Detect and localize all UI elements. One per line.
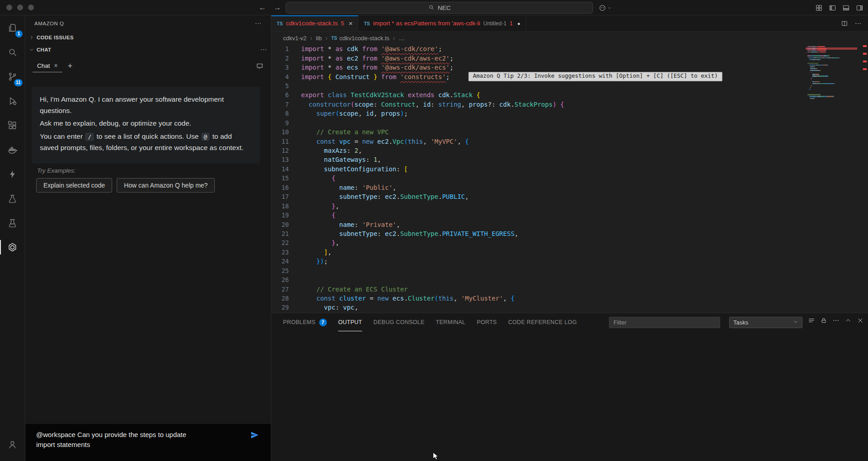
code-line: 16 name: 'Public', xyxy=(271,183,868,192)
code-line: 12 maxAzs: 2, xyxy=(271,146,868,155)
breadcrumb-item-lib[interactable]: lib xyxy=(316,35,322,42)
panel-tab-problems[interactable]: PROBLEMS7 xyxy=(283,313,327,331)
more-icon[interactable] xyxy=(832,317,840,324)
activity-item-source-control[interactable]: 11 xyxy=(0,64,25,89)
typescript-file-icon: TS xyxy=(331,35,337,41)
line-number: 24 xyxy=(271,258,301,265)
activity-item-search[interactable] xyxy=(0,40,25,64)
breadcrumb-item-cdkv1code-stack-ts[interactable]: TScdkv1code-stack.ts xyxy=(331,35,389,42)
code-editor[interactable]: 1import * as cdk from '@aws-cdk/core';2i… xyxy=(271,44,868,313)
vscode-window: ← → NEC 111 AMAZON Q CODE ISSUES CHAT xyxy=(0,0,868,461)
code-line: 26 xyxy=(271,275,868,284)
maximize-window-button[interactable] xyxy=(28,5,34,10)
line-number: 7 xyxy=(271,101,301,108)
panel-tab-label: DEBUG CONSOLE xyxy=(373,319,425,325)
breadcrumb-item-[interactable]: … xyxy=(399,35,405,42)
chat-input[interactable]: @workspace Can you provide the steps to … xyxy=(25,424,271,461)
amazon-q-tip-tooltip: Amazon Q Tip 2/3: Invoke suggestions wit… xyxy=(468,72,722,81)
typescript-file-icon: TS xyxy=(364,21,370,26)
panel-tab-label: CODE REFERENCE LOG xyxy=(508,319,577,325)
breadcrumb-item-cdkv1-v2[interactable]: cdkv1-v2 xyxy=(283,35,307,42)
chat-tab[interactable]: Chat × xyxy=(33,60,62,72)
output-lines-icon[interactable] xyxy=(808,317,815,324)
example-button-explain-selected-code[interactable]: Explain selected code xyxy=(36,178,112,193)
code-line: 28 const cluster = new ecs.Cluster(this,… xyxy=(271,294,868,303)
panel-tab-ports[interactable]: PORTS xyxy=(477,313,497,331)
code-issues-label: CODE ISSUES xyxy=(37,35,74,40)
line-number: 6 xyxy=(271,91,301,99)
overview-ruler xyxy=(863,45,867,313)
more-actions-icon[interactable] xyxy=(854,20,862,27)
minimap[interactable] xyxy=(807,46,855,99)
editor-tab-cdkv1code-stack-ts[interactable]: TScdkv1code-stack.ts5× xyxy=(271,15,359,31)
line-number: 5 xyxy=(271,82,301,89)
copilot-icon[interactable] xyxy=(599,4,606,12)
code-line: 21 subnetType: ec2.SubnetType.PRIVATE_WI… xyxy=(271,229,868,238)
line-number: 10 xyxy=(271,128,301,136)
activity-item-aws-toolkit[interactable] xyxy=(0,162,25,186)
modified-dot-icon: ● xyxy=(517,21,520,26)
editor-tab-untitled-1[interactable]: TSimport * as ecsPatterns from 'aws-cdk-… xyxy=(359,15,526,31)
panel-filter-input[interactable] xyxy=(609,317,720,328)
example-button-how-can-amazon-q-help-me[interactable]: How can Amazon Q help me? xyxy=(117,178,215,193)
chat-welcome-paragraph: You can enter / to see a list of quick a… xyxy=(40,131,252,154)
code-line: 29 vpc: vpc, xyxy=(271,303,868,312)
activity-bar: 111 xyxy=(0,15,25,461)
minimize-window-button[interactable] xyxy=(17,5,23,10)
accounts-icon xyxy=(7,439,18,450)
panel-tab-terminal[interactable]: TERMINAL xyxy=(436,313,466,331)
line-number: 20 xyxy=(271,221,301,228)
close-tab-icon[interactable]: × xyxy=(349,19,353,27)
breadcrumb: cdkv1-v2›lib›TScdkv1code-stack.ts›… xyxy=(271,32,868,44)
panel-tab-debug-console[interactable]: DEBUG CONSOLE xyxy=(373,313,425,331)
chat-label: CHAT xyxy=(37,47,51,52)
add-chat-tab-button[interactable]: + xyxy=(68,62,73,70)
chevron-up-icon[interactable] xyxy=(844,317,852,324)
close-icon[interactable]: × xyxy=(54,62,58,69)
activity-item-run-and-debug[interactable] xyxy=(0,89,25,113)
code-line: 3import * as ecs from '@aws-cdk/aws-ecs'… xyxy=(271,63,868,72)
panel-tab-label: PROBLEMS xyxy=(283,319,316,325)
line-number: 14 xyxy=(271,165,301,173)
code-line: 23 ], xyxy=(271,248,868,257)
section-code-issues[interactable]: CODE ISSUES xyxy=(25,31,271,43)
panel-tab-output[interactable]: OUTPUT xyxy=(338,313,362,331)
close-icon[interactable] xyxy=(857,317,864,324)
split-editor-icon[interactable] xyxy=(841,20,848,27)
activity-item-explorer[interactable]: 1 xyxy=(0,15,25,40)
grid-icon[interactable] xyxy=(815,4,823,12)
activity-item-accounts[interactable] xyxy=(0,432,25,456)
search-icon xyxy=(428,4,434,12)
code-line: 19 { xyxy=(271,211,868,220)
more-actions-icon[interactable] xyxy=(255,20,262,27)
line-number: 11 xyxy=(271,138,301,145)
activity-item-docker[interactable] xyxy=(0,137,25,162)
send-icon[interactable] xyxy=(250,431,259,439)
back-button[interactable]: ← xyxy=(259,3,266,12)
line-number: 17 xyxy=(271,193,301,200)
command-center-search[interactable]: NEC xyxy=(286,2,593,14)
lock-icon[interactable] xyxy=(820,317,827,324)
activity-item-amazon-q[interactable] xyxy=(0,235,25,259)
code-line: 10 // Create a new VPC xyxy=(271,127,868,136)
activity-item-testing[interactable] xyxy=(0,186,25,211)
code-line: 27 // Create an ECS Cluster xyxy=(271,284,868,293)
comment-icon[interactable] xyxy=(256,62,264,70)
panel-tab-code-reference-log[interactable]: CODE REFERENCE LOG xyxy=(508,313,577,331)
line-number: 21 xyxy=(271,230,301,237)
more-actions-icon[interactable] xyxy=(260,46,267,53)
minimap-line xyxy=(807,98,855,99)
tasks-dropdown-value: Tasks xyxy=(733,319,748,326)
forward-button[interactable]: → xyxy=(274,3,281,12)
aws-toolkit-icon xyxy=(7,169,18,179)
layout-sidebar-icon[interactable] xyxy=(829,4,836,12)
layout-right-icon[interactable] xyxy=(856,4,863,12)
section-chat[interactable]: CHAT xyxy=(25,43,271,56)
activity-item-extensions[interactable] xyxy=(0,113,25,137)
activity-item-codewhisperer[interactable] xyxy=(0,211,25,235)
window-controls xyxy=(6,5,34,10)
tasks-dropdown[interactable]: Tasks xyxy=(729,317,802,328)
layout-panel-icon[interactable] xyxy=(842,4,850,12)
close-window-button[interactable] xyxy=(6,5,12,10)
line-number: 12 xyxy=(271,147,301,154)
